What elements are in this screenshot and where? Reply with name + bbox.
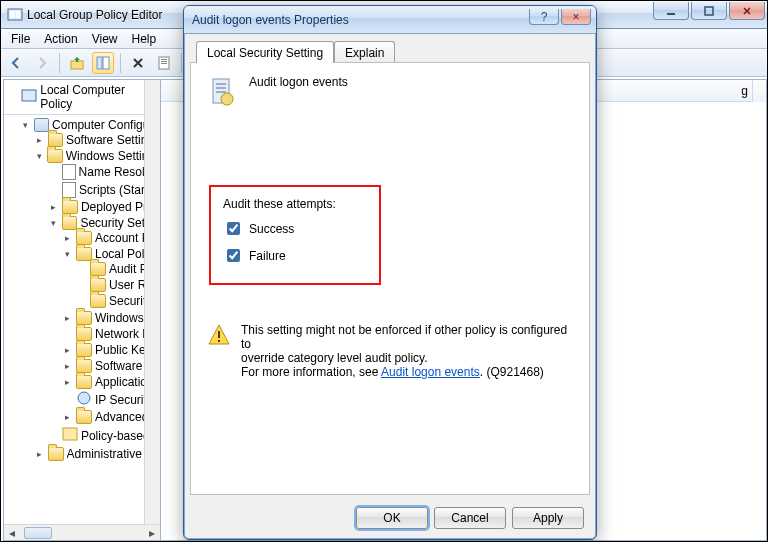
- menu-file[interactable]: File: [5, 30, 36, 48]
- svg-rect-16: [63, 428, 77, 440]
- toolbar-divider: [59, 53, 60, 73]
- expand-icon[interactable]: ▾: [62, 249, 73, 260]
- folder-icon: [76, 231, 92, 245]
- close-button[interactable]: [729, 2, 765, 20]
- expand-icon[interactable]: ▸: [62, 361, 73, 372]
- properties-dialog: Audit logon events Properties ? × Local …: [183, 5, 597, 540]
- svg-rect-22: [218, 340, 220, 342]
- audit-events-link[interactable]: Audit logon events: [381, 365, 480, 379]
- menu-help[interactable]: Help: [126, 30, 163, 48]
- tree-computer-config[interactable]: Computer Configura: [52, 118, 156, 132]
- apply-button[interactable]: Apply: [512, 507, 584, 529]
- tree-user-rights[interactable]: User Ri: [109, 278, 149, 292]
- policy-root-icon: [21, 88, 37, 107]
- svg-point-15: [78, 392, 90, 404]
- svg-rect-10: [161, 61, 167, 62]
- folder-icon: [48, 133, 63, 147]
- dialog-body: Audit logon events Audit these attempts:…: [190, 62, 590, 495]
- expand-icon[interactable]: ▸: [62, 345, 73, 356]
- toolbar-divider-2: [120, 53, 121, 73]
- tree-software-settings[interactable]: Software Settings: [66, 133, 156, 147]
- tree-hscroll[interactable]: ◂ ▸: [4, 524, 160, 540]
- ok-button[interactable]: OK: [356, 507, 428, 529]
- up-button[interactable]: [66, 52, 88, 74]
- menu-view[interactable]: View: [86, 30, 124, 48]
- folder-icon: [62, 200, 78, 214]
- svg-rect-11: [161, 63, 167, 64]
- cancel-button[interactable]: Cancel: [434, 507, 506, 529]
- policy-name-label: Audit logon events: [249, 75, 348, 89]
- folder-icon: [62, 216, 78, 230]
- svg-rect-2: [16, 11, 20, 18]
- back-button[interactable]: [5, 52, 27, 74]
- folder-icon: [48, 447, 64, 461]
- expand-icon[interactable]: ▾: [48, 218, 59, 229]
- delete-button[interactable]: [127, 52, 149, 74]
- tree-network-list[interactable]: Network L: [95, 327, 149, 341]
- expand-icon[interactable]: ▸: [62, 313, 73, 324]
- expand-icon[interactable]: ▸: [34, 449, 45, 460]
- warning-text: This setting might not be enforced if ot…: [241, 323, 573, 379]
- document-icon: [62, 164, 76, 180]
- tree-advanced-audit[interactable]: Advanced: [95, 410, 148, 424]
- folder-icon: [90, 278, 106, 292]
- svg-rect-14: [22, 90, 36, 101]
- scroll-right-button[interactable]: ▸: [144, 525, 160, 541]
- maximize-button[interactable]: [691, 2, 727, 20]
- dialog-titlebar[interactable]: Audit logon events Properties ? ×: [184, 6, 596, 34]
- policy-icon: [62, 427, 78, 444]
- main-title: Local Group Policy Editor: [27, 8, 162, 22]
- dialog-help-button[interactable]: ?: [529, 9, 559, 25]
- svg-rect-6: [97, 57, 102, 69]
- success-checkbox[interactable]: [227, 222, 240, 235]
- expand-icon[interactable]: ▸: [62, 412, 73, 423]
- collapse-icon: [8, 92, 18, 103]
- tree-pane: Local Computer Policy ▾Computer Configur…: [3, 79, 161, 541]
- scroll-left-button[interactable]: ◂: [4, 525, 20, 541]
- expand-icon[interactable]: ▸: [48, 202, 59, 213]
- folder-icon: [76, 375, 92, 389]
- tree-windows-firewall[interactable]: Windows l: [95, 311, 150, 325]
- svg-rect-3: [667, 13, 675, 15]
- failure-checkbox-row[interactable]: Failure: [223, 246, 367, 265]
- folder-icon: [90, 262, 106, 276]
- expand-icon[interactable]: ▸: [34, 135, 45, 146]
- tree-vscroll[interactable]: [144, 80, 160, 524]
- minimize-button[interactable]: [653, 2, 689, 20]
- tab-explain[interactable]: Explain: [334, 41, 395, 63]
- tree-security-options[interactable]: Securit: [109, 294, 146, 308]
- forward-button[interactable]: [31, 52, 53, 74]
- tree-windows-settings[interactable]: Windows Settings: [66, 149, 156, 163]
- scroll-thumb[interactable]: [24, 527, 52, 539]
- properties-button[interactable]: [153, 52, 175, 74]
- app-icon: [7, 7, 23, 23]
- svg-rect-18: [216, 83, 226, 85]
- dialog-close-button[interactable]: ×: [561, 9, 591, 25]
- computer-icon: [34, 118, 49, 132]
- expand-icon[interactable]: ▸: [62, 377, 73, 388]
- tree-account-policies[interactable]: Account P: [95, 231, 150, 245]
- audit-group-label: Audit these attempts:: [223, 197, 367, 211]
- folder-icon: [76, 410, 92, 424]
- tab-local-security[interactable]: Local Security Setting: [196, 41, 334, 63]
- expand-icon[interactable]: ▸: [62, 233, 73, 244]
- tree-audit-policy[interactable]: Audit P: [109, 262, 148, 276]
- audit-attempts-group: Audit these attempts: Success Failure: [209, 185, 381, 285]
- document-icon: [62, 182, 76, 198]
- expand-icon[interactable]: ▾: [34, 151, 44, 162]
- expand-icon[interactable]: ▾: [20, 120, 31, 131]
- tree-admin-templates[interactable]: Administrative Te: [67, 447, 156, 461]
- failure-checkbox[interactable]: [227, 249, 240, 262]
- menu-action[interactable]: Action: [38, 30, 83, 48]
- svg-rect-9: [161, 59, 167, 60]
- toolbar-divider-3: [181, 53, 182, 73]
- svg-rect-7: [103, 57, 109, 69]
- svg-rect-21: [218, 331, 220, 338]
- success-checkbox-row[interactable]: Success: [223, 219, 367, 238]
- tree-app-control[interactable]: Applicatio: [95, 375, 147, 389]
- success-label: Success: [249, 222, 294, 236]
- show-hide-tree-button[interactable]: [92, 52, 114, 74]
- folder-icon: [47, 149, 62, 163]
- tree-header[interactable]: Local Computer Policy: [4, 80, 160, 115]
- failure-label: Failure: [249, 249, 286, 263]
